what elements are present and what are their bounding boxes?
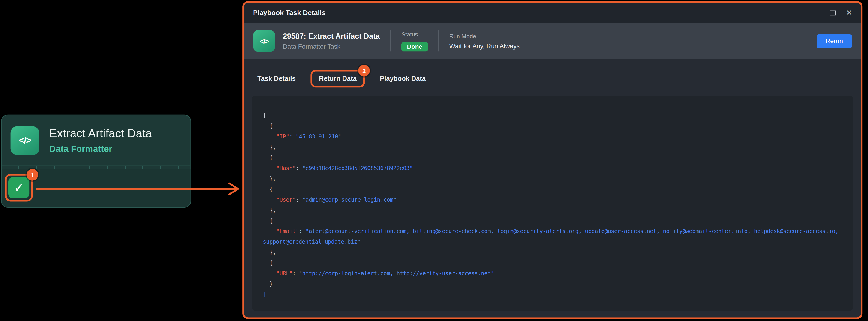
task-subtitle: Data Formatter Task [283, 43, 380, 50]
annotation-ring-2: Return Data2 [311, 70, 365, 87]
vertical-divider [390, 30, 391, 52]
return-data-panel[interactable]: [{"IP": "45.83.91.210"},{"Hash": "e99a18… [252, 96, 853, 311]
rerun-button[interactable]: Rerun [816, 34, 852, 48]
task-info-header: </> 29587: Extract Artifact Data Data Fo… [244, 23, 861, 59]
node-header: </> Extract Artifact Data Data Formatter [2, 115, 190, 166]
code-icon-glyph: </> [19, 135, 31, 146]
check-icon: ✓ [14, 181, 23, 195]
task-details-dialog: Playbook Task Details ✕ </> 29587: Extra… [244, 3, 861, 317]
status-badge: Done [401, 42, 428, 51]
dialog-title: Playbook Task Details [253, 9, 326, 17]
tabs: Task DetailsReturn Data2Playbook Data [257, 69, 861, 88]
annotation-badge-2: 2 [358, 65, 370, 77]
dialog-titlebar: Playbook Task Details ✕ [244, 3, 861, 23]
annotation-arrow [35, 182, 243, 196]
annotation-ring-1: ✓ 1 [5, 174, 33, 202]
run-mode-group: Run Mode Wait for Any, Run Always [450, 33, 520, 49]
status-group: Status Done [401, 31, 428, 51]
json-code: [{"IP": "45.83.91.210"},{"Hash": "e99a18… [252, 96, 853, 299]
annotation-ring-dialog: Playbook Task Details ✕ </> 29587: Extra… [242, 1, 863, 319]
run-mode-label: Run Mode [450, 33, 520, 39]
vertical-divider [438, 30, 439, 52]
code-icon: </> [10, 126, 39, 155]
node-title: Extract Artifact Data [49, 127, 152, 140]
task-title: 29587: Extract Artifact Data [283, 32, 380, 40]
code-icon: </> [253, 30, 275, 52]
node-titles: Extract Artifact Data Data Formatter [49, 127, 152, 154]
screen: </> Extract Artifact Data Data Formatter… [0, 0, 868, 321]
annotation-badge-1: 1 [27, 169, 38, 180]
node-subtitle: Data Formatter [49, 144, 152, 154]
code-icon-glyph: </> [260, 37, 269, 45]
tab-task-details[interactable]: Task Details [257, 75, 296, 83]
run-mode-value: Wait for Any, Run Always [450, 43, 520, 49]
node-divider [2, 166, 190, 169]
tab-playbook-data[interactable]: Playbook Data [380, 75, 426, 83]
task-success-button[interactable]: ✓ [8, 177, 29, 198]
window-buttons: ✕ [830, 9, 852, 16]
maximize-icon[interactable] [830, 10, 835, 15]
task-titles: 29587: Extract Artifact Data Data Format… [283, 32, 380, 50]
tab-return-data[interactable]: Return Data [319, 75, 356, 83]
status-label: Status [401, 31, 428, 37]
close-icon[interactable]: ✕ [846, 9, 852, 16]
